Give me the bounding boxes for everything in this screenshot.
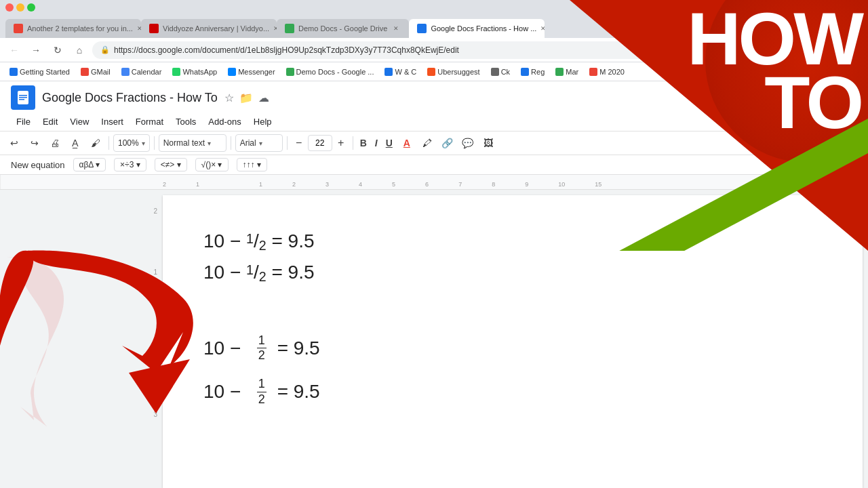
title-bar <box>0 0 868 15</box>
fraction-4-numerator: 1 <box>257 377 267 392</box>
style-select[interactable]: Normal text ▾ <box>159 134 226 152</box>
menu-tools[interactable]: Tools <box>170 114 201 129</box>
symbols-label: ↑↑↑ ▾ <box>243 160 261 169</box>
folder-icon[interactable]: 📁 <box>239 92 253 104</box>
cloud-icon[interactable]: ☁ <box>258 92 269 104</box>
tab-4[interactable]: Google Docs Fractions - How ... ✕ <box>409 19 545 38</box>
tab-1[interactable]: Another 2 templates for you in... ✕ <box>5 19 141 38</box>
docs-menu-bar: File Edit View Insert Format Tools Add-o… <box>11 113 857 131</box>
underline-button[interactable]: U <box>383 134 395 152</box>
home-button[interactable]: ⌂ <box>71 41 88 59</box>
tab-4-close[interactable]: ✕ <box>540 24 545 33</box>
reload-button[interactable]: ↻ <box>49 41 66 59</box>
ruler-mark-10: 10 <box>558 181 565 188</box>
forward-button[interactable]: → <box>27 41 45 59</box>
minimize-button[interactable] <box>16 3 24 12</box>
menu-file[interactable]: File <box>11 114 36 129</box>
tab-3-favicon <box>285 24 294 33</box>
address-text: https://docs.google.com/document/d/1eLb8… <box>114 45 459 55</box>
math-pre-4: 10 − <box>203 381 252 403</box>
zoom-value: 100% <box>118 138 139 148</box>
comment-button[interactable]: 💬 <box>459 134 477 152</box>
fraction-4: 1 2 <box>257 377 267 407</box>
highlight-button[interactable]: 🖍 <box>418 134 436 152</box>
menu-edit[interactable]: Edit <box>37 114 63 129</box>
ruler-mark-6: 6 <box>425 181 429 188</box>
symbols-btn[interactable]: ↑↑↑ ▾ <box>237 158 267 171</box>
zoom-select[interactable]: 100% ▾ <box>113 134 150 152</box>
doc-page[interactable]: 10 − 1/2 = 9.5 10 − 1/2 = 9.5 10 − 1 2 =… <box>163 195 863 488</box>
address-bar[interactable]: 🔒 https://docs.google.com/document/d/1eL… <box>92 41 863 59</box>
print-button[interactable]: 🖨 <box>46 134 64 152</box>
font-size-input[interactable] <box>308 135 332 151</box>
operators-btn[interactable]: √()× ▾ <box>195 158 229 171</box>
text-color-button[interactable]: A <box>398 134 416 152</box>
bookmark-label: W & C <box>395 68 416 76</box>
bookmark-wc[interactable]: W & C <box>380 66 420 77</box>
math-line-3: 10 − 1 2 = 9.5 <box>203 333 822 363</box>
bookmark-reg[interactable]: Reg <box>517 66 549 77</box>
math-text-2: 10 − 1/2 = 9.5 <box>203 262 315 285</box>
new-equation-btn[interactable]: New equation <box>11 160 65 170</box>
relations-label: ×÷3 ▾ <box>120 160 140 169</box>
undo-button[interactable]: ↩ <box>5 134 23 152</box>
paint-format-button[interactable]: 🖌 <box>87 134 104 152</box>
star-icon[interactable]: ☆ <box>224 92 234 104</box>
bookmark-m2020[interactable]: M 2020 <box>585 66 629 77</box>
relations-btn[interactable]: ×÷3 ▾ <box>114 158 146 171</box>
bookmark-mar[interactable]: Mar <box>551 66 583 77</box>
bookmark-gmail[interactable]: GMail <box>77 66 115 77</box>
menu-view[interactable]: View <box>64 114 94 129</box>
tab-3-close[interactable]: ✕ <box>391 24 401 33</box>
spellcheck-button[interactable]: A̲ <box>66 134 84 152</box>
arrows-btn[interactable]: <≠> ▾ <box>155 158 187 171</box>
line-numbers: 2 1 2 3 5 <box>153 190 157 488</box>
line-num-11: 3 <box>153 404 157 424</box>
font-size-increase[interactable]: + <box>334 136 349 150</box>
separator5 <box>353 136 353 150</box>
zoom-arrow: ▾ <box>142 140 145 147</box>
bookmark-whatsapp[interactable]: WhatsApp <box>168 66 221 77</box>
bookmark-messenger[interactable]: Messenger <box>224 66 279 77</box>
tab-3[interactable]: Demo Docs - Google Drive ✕ <box>277 19 409 38</box>
menu-help[interactable]: Help <box>248 114 277 129</box>
docs-title-row: Google Docs Fractions - How To ☆ 📁 ☁ Las… <box>11 85 857 113</box>
redo-button[interactable]: ↪ <box>26 134 43 152</box>
ruler: 2 1 1 2 3 4 5 6 7 8 9 10 15 <box>0 175 868 190</box>
line-num-5 <box>153 282 157 302</box>
font-size-decrease[interactable]: − <box>292 136 307 150</box>
bookmark-ubersuggest[interactable]: Ubersuggest <box>423 66 484 77</box>
separator2 <box>154 136 155 150</box>
line-num-2 <box>153 221 157 241</box>
window-controls <box>5 3 35 12</box>
operators-label: √()× ▾ <box>201 160 222 169</box>
bookmark-getting-started[interactable]: Getting Started <box>5 66 74 77</box>
bookmark-demo-docs[interactable]: Demo Docs - Google ... <box>282 66 378 77</box>
nav-bar: ← → ↻ ⌂ 🔒 https://docs.google.com/docume… <box>0 38 868 62</box>
font-size-control: − + <box>292 135 349 151</box>
menu-format[interactable]: Format <box>130 114 169 129</box>
font-select[interactable]: Arial ▾ <box>235 134 283 152</box>
italic-button[interactable]: I <box>372 134 380 152</box>
bookmark-ck[interactable]: Ck <box>487 66 514 77</box>
close-button[interactable] <box>5 3 14 12</box>
menu-insert[interactable]: Insert <box>96 114 129 129</box>
image-button[interactable]: 🖼 <box>479 134 497 152</box>
ruler-mark-7: 7 <box>458 181 462 188</box>
tab-1-label: Another 2 templates for you in... <box>27 24 133 33</box>
tab-1-favicon <box>14 24 23 33</box>
bookmark-icon <box>121 68 130 76</box>
line-num-7 <box>153 323 157 343</box>
menu-addons[interactable]: Add-ons <box>203 114 246 129</box>
arrows-label: <≠> ▾ <box>161 160 181 169</box>
back-button[interactable]: ← <box>5 41 23 59</box>
line-num-14 <box>153 465 157 485</box>
line-num-6 <box>153 302 157 323</box>
greek-btn[interactable]: αβΔ ▾ <box>73 158 106 171</box>
link-button[interactable]: 🔗 <box>439 134 456 152</box>
bold-button[interactable]: B <box>357 134 370 152</box>
bookmark-calendar[interactable]: Calendar <box>117 66 166 77</box>
last-edit-text: Last edit was 7 minutes ago <box>756 93 857 102</box>
maximize-button[interactable] <box>27 3 35 12</box>
tab-2[interactable]: Viddyoze Anniversary | Viddyo... ✕ <box>141 19 277 38</box>
